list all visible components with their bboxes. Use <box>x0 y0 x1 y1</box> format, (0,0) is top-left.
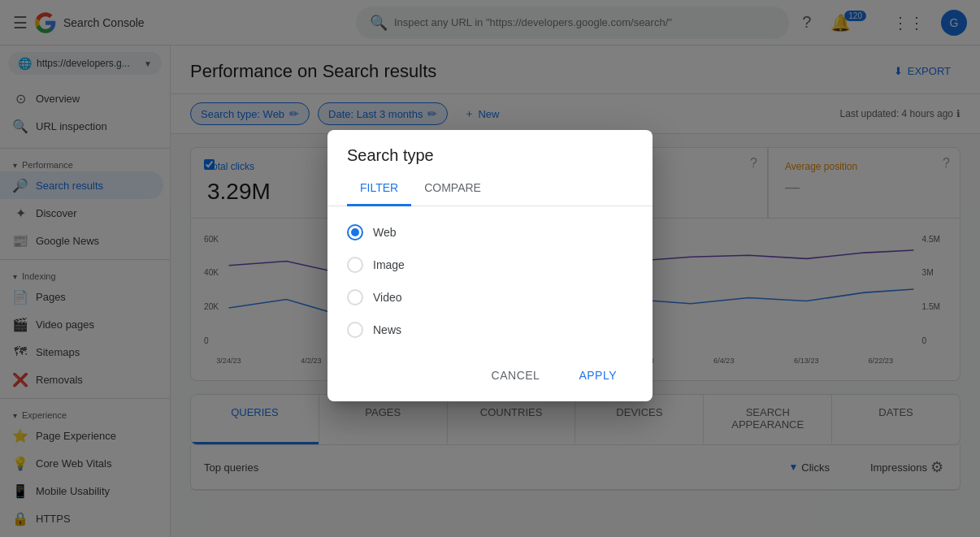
option-video[interactable]: Video <box>347 281 633 314</box>
radio-image[interactable] <box>347 257 363 273</box>
modal-tab-compare[interactable]: COMPARE <box>411 171 494 206</box>
radio-web[interactable] <box>347 224 363 240</box>
option-web-label: Web <box>373 226 397 239</box>
modal-options: Web Image Video News <box>327 206 653 356</box>
option-news-label: News <box>373 323 401 336</box>
modal-cancel-button[interactable]: CANCEL <box>475 362 557 388</box>
option-web[interactable]: Web <box>347 216 633 249</box>
option-video-label: Video <box>373 291 402 304</box>
radio-video[interactable] <box>347 289 363 305</box>
modal-tabs: FILTER COMPARE <box>327 171 653 206</box>
modal-title: Search type <box>327 130 653 171</box>
modal-apply-button[interactable]: APPLY <box>562 362 633 388</box>
radio-news[interactable] <box>347 322 363 338</box>
search-type-modal: Search type FILTER COMPARE Web Image Vid… <box>327 130 653 401</box>
option-image-label: Image <box>373 258 405 271</box>
modal-overlay[interactable]: Search type FILTER COMPARE Web Image Vid… <box>0 0 980 537</box>
option-news[interactable]: News <box>347 314 633 346</box>
modal-actions: CANCEL APPLY <box>327 356 653 401</box>
option-image[interactable]: Image <box>347 249 633 281</box>
modal-tab-filter[interactable]: FILTER <box>347 171 411 206</box>
